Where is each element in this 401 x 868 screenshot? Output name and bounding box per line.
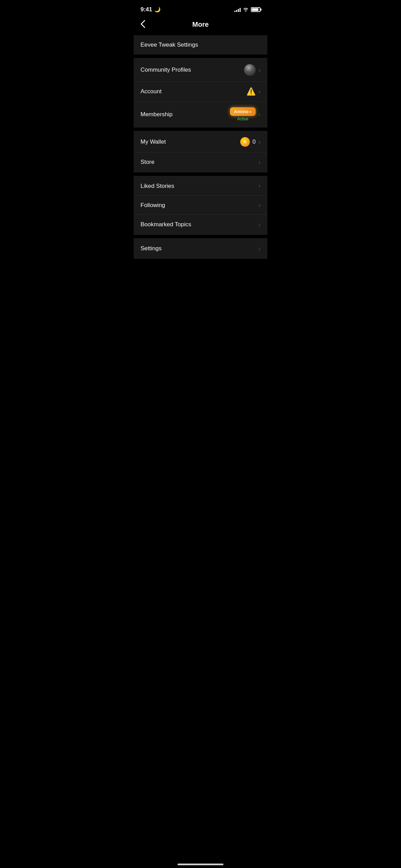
back-button[interactable]	[141, 20, 145, 29]
chevron-right-icon: ›	[258, 138, 260, 146]
page-container: 9:41 🌙 More	[134, 0, 267, 273]
account-label: Account	[141, 88, 161, 95]
battery-icon	[251, 7, 260, 12]
liked-stories-label: Liked Stories	[141, 183, 174, 190]
section-gap-1	[134, 55, 267, 58]
my-wallet-item[interactable]: My Wallet A 0 ›	[134, 132, 267, 153]
coin-amount: 0	[253, 138, 256, 145]
chevron-right-icon: ›	[258, 182, 260, 190]
settings-item[interactable]: Settings ›	[134, 239, 267, 258]
avatar	[244, 64, 256, 76]
nav-header: More	[134, 17, 267, 35]
amino-plus-text: +	[250, 110, 252, 114]
store-item[interactable]: Store ›	[134, 153, 267, 172]
wallet-section: My Wallet A 0 › Store ›	[134, 132, 267, 172]
community-profiles-label: Community Profiles	[141, 67, 191, 73]
liked-stories-item[interactable]: Liked Stories ›	[134, 177, 267, 196]
bookmarked-topics-label: Bookmarked Topics	[141, 221, 191, 228]
following-item[interactable]: Following ›	[134, 196, 267, 215]
section-gap-3	[134, 172, 267, 176]
avatar-image	[244, 64, 256, 76]
social-section: Liked Stories › Following › Bookmarked T…	[134, 177, 267, 234]
page-title: More	[192, 21, 209, 28]
amino-active-wrapper: Amino + Active	[230, 107, 256, 121]
section-divider-9	[134, 258, 267, 259]
time-label: 9:41	[141, 6, 152, 13]
settings-section: Settings ›	[134, 239, 267, 258]
amino-badge-text: Amino	[234, 109, 249, 114]
eevee-section: Eevee Tweak Settings	[134, 36, 267, 54]
status-time: 9:41 🌙	[141, 6, 161, 13]
membership-label: Membership	[141, 111, 173, 118]
following-label: Following	[141, 202, 165, 209]
status-bar: 9:41 🌙	[134, 0, 267, 17]
chevron-right-icon: ›	[258, 159, 260, 166]
eevee-settings-item[interactable]: Eevee Tweak Settings	[134, 36, 267, 54]
chevron-right-icon: ›	[258, 88, 260, 95]
account-section: Community Profiles › Account ⚠️ › Member…	[134, 59, 267, 127]
membership-item[interactable]: Membership Amino + Active ›	[134, 102, 267, 127]
chevron-right-icon: ›	[258, 245, 260, 252]
my-wallet-label: My Wallet	[141, 138, 166, 145]
account-item[interactable]: Account ⚠️ ›	[134, 82, 267, 102]
eevee-settings-label: Eevee Tweak Settings	[141, 41, 198, 48]
section-gap-4	[134, 235, 267, 238]
chevron-right-icon: ›	[258, 111, 260, 118]
wifi-icon	[243, 7, 249, 13]
settings-label: Settings	[141, 245, 161, 252]
chevron-right-icon: ›	[258, 67, 260, 74]
amino-active-label: Active	[237, 117, 248, 121]
coin-icon: A	[240, 137, 250, 147]
warning-icon: ⚠️	[246, 87, 256, 96]
bookmarked-topics-item[interactable]: Bookmarked Topics ›	[134, 215, 267, 234]
chevron-right-icon: ›	[258, 202, 260, 209]
section-gap-2	[134, 128, 267, 131]
store-label: Store	[141, 159, 155, 166]
amino-plus-badge: Amino +	[230, 107, 256, 116]
moon-icon: 🌙	[154, 7, 161, 13]
community-profiles-item[interactable]: Community Profiles ›	[134, 59, 267, 82]
chevron-right-icon: ›	[258, 221, 260, 228]
signal-bars-icon	[234, 7, 241, 12]
status-right	[234, 7, 260, 13]
